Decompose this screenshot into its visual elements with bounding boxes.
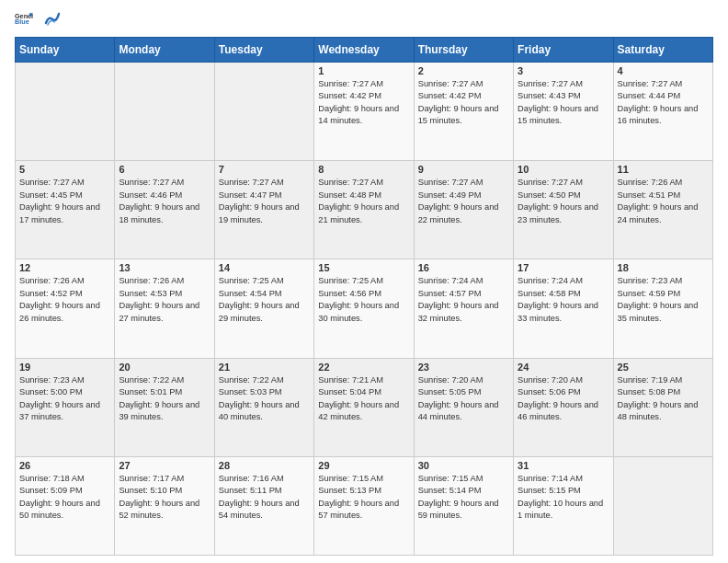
day-number: 27 [119,460,210,471]
day-info: Sunrise: 7:25 AM Sunset: 4:56 PM Dayligh… [318,275,409,325]
day-number: 10 [518,164,609,175]
day-info: Sunrise: 7:15 AM Sunset: 5:14 PM Dayligh… [418,473,509,523]
day-cell: 8Sunrise: 7:27 AM Sunset: 4:48 PM Daylig… [314,161,414,259]
weekday-monday: Monday [115,38,214,63]
calendar: SundayMondayTuesdayWednesdayThursdayFrid… [15,37,713,556]
day-number: 24 [518,362,609,373]
day-number: 13 [119,262,210,273]
day-number: 4 [618,65,709,76]
weekday-saturday: Saturday [613,38,712,63]
day-cell: 7Sunrise: 7:27 AM Sunset: 4:47 PM Daylig… [214,161,313,259]
day-cell: 4Sunrise: 7:27 AM Sunset: 4:44 PM Daylig… [613,63,712,161]
day-number: 16 [418,262,509,273]
day-number: 3 [518,65,609,76]
day-cell: 13Sunrise: 7:26 AM Sunset: 4:53 PM Dayli… [115,259,214,358]
week-row-2: 5Sunrise: 7:27 AM Sunset: 4:45 PM Daylig… [16,161,713,259]
day-number: 14 [219,262,310,273]
day-number: 7 [219,164,310,175]
day-number: 30 [418,460,509,471]
day-cell: 17Sunrise: 7:24 AM Sunset: 4:58 PM Dayli… [514,259,613,358]
day-cell [613,456,712,555]
day-info: Sunrise: 7:20 AM Sunset: 5:05 PM Dayligh… [418,374,509,424]
day-info: Sunrise: 7:25 AM Sunset: 4:54 PM Dayligh… [219,275,310,325]
day-cell: 15Sunrise: 7:25 AM Sunset: 4:56 PM Dayli… [314,259,414,358]
day-cell: 3Sunrise: 7:27 AM Sunset: 4:43 PM Daylig… [514,63,613,161]
day-cell: 27Sunrise: 7:17 AM Sunset: 5:10 PM Dayli… [115,456,214,555]
day-number: 21 [219,362,310,373]
day-number: 19 [19,362,110,373]
day-info: Sunrise: 7:27 AM Sunset: 4:42 PM Dayligh… [318,78,409,128]
day-number: 17 [518,262,609,273]
day-info: Sunrise: 7:18 AM Sunset: 5:09 PM Dayligh… [19,473,110,523]
day-info: Sunrise: 7:26 AM Sunset: 4:53 PM Dayligh… [119,275,210,325]
day-number: 2 [418,65,509,76]
day-cell: 12Sunrise: 7:26 AM Sunset: 4:52 PM Dayli… [16,259,115,358]
day-cell: 5Sunrise: 7:27 AM Sunset: 4:45 PM Daylig… [16,161,115,259]
day-cell: 28Sunrise: 7:16 AM Sunset: 5:11 PM Dayli… [214,456,313,555]
day-cell [115,63,214,161]
day-cell: 18Sunrise: 7:23 AM Sunset: 4:59 PM Dayli… [613,259,712,358]
day-info: Sunrise: 7:15 AM Sunset: 5:13 PM Dayligh… [318,473,409,523]
day-cell: 16Sunrise: 7:24 AM Sunset: 4:57 PM Dayli… [414,259,513,358]
day-cell: 25Sunrise: 7:19 AM Sunset: 5:08 PM Dayli… [613,358,712,456]
day-info: Sunrise: 7:23 AM Sunset: 4:59 PM Dayligh… [618,275,709,325]
weekday-tuesday: Tuesday [214,38,313,63]
day-cell: 19Sunrise: 7:23 AM Sunset: 5:00 PM Dayli… [16,358,115,456]
day-info: Sunrise: 7:27 AM Sunset: 4:44 PM Dayligh… [618,78,709,128]
day-cell [214,63,313,161]
day-info: Sunrise: 7:27 AM Sunset: 4:49 PM Dayligh… [418,177,509,226]
day-number: 29 [318,460,409,471]
day-cell: 14Sunrise: 7:25 AM Sunset: 4:54 PM Dayli… [214,259,313,358]
header: General Blue [15,11,713,29]
day-info: Sunrise: 7:27 AM Sunset: 4:43 PM Dayligh… [518,78,609,128]
day-number: 8 [318,164,409,175]
day-cell [16,63,115,161]
day-info: Sunrise: 7:24 AM Sunset: 4:58 PM Dayligh… [518,275,609,325]
day-cell: 29Sunrise: 7:15 AM Sunset: 5:13 PM Dayli… [314,456,414,555]
day-cell: 31Sunrise: 7:14 AM Sunset: 5:15 PM Dayli… [514,456,613,555]
day-number: 22 [318,362,409,373]
day-number: 25 [618,362,709,373]
weekday-header-row: SundayMondayTuesdayWednesdayThursdayFrid… [16,38,713,63]
generalblue-icon: General Blue [15,11,33,29]
day-info: Sunrise: 7:23 AM Sunset: 5:00 PM Dayligh… [19,374,110,424]
day-cell: 10Sunrise: 7:27 AM Sunset: 4:50 PM Dayli… [514,161,613,259]
day-info: Sunrise: 7:14 AM Sunset: 5:15 PM Dayligh… [518,473,609,523]
day-number: 1 [318,65,409,76]
wave-icon [44,6,61,27]
day-info: Sunrise: 7:27 AM Sunset: 4:50 PM Dayligh… [518,177,609,226]
day-cell: 1Sunrise: 7:27 AM Sunset: 4:42 PM Daylig… [314,63,414,161]
day-info: Sunrise: 7:24 AM Sunset: 4:57 PM Dayligh… [418,275,509,325]
day-cell: 23Sunrise: 7:20 AM Sunset: 5:05 PM Dayli… [414,358,513,456]
day-info: Sunrise: 7:27 AM Sunset: 4:46 PM Dayligh… [119,177,210,226]
day-cell: 30Sunrise: 7:15 AM Sunset: 5:14 PM Dayli… [414,456,513,555]
week-row-4: 19Sunrise: 7:23 AM Sunset: 5:00 PM Dayli… [16,358,713,456]
day-number: 31 [518,460,609,471]
day-cell: 11Sunrise: 7:26 AM Sunset: 4:51 PM Dayli… [613,161,712,259]
day-info: Sunrise: 7:22 AM Sunset: 5:03 PM Dayligh… [219,374,310,424]
day-info: Sunrise: 7:27 AM Sunset: 4:48 PM Dayligh… [318,177,409,226]
day-number: 12 [19,262,110,273]
day-info: Sunrise: 7:26 AM Sunset: 4:52 PM Dayligh… [19,275,110,325]
page: General Blue SundayMondayTuesdayWednesda… [0,0,728,563]
day-info: Sunrise: 7:27 AM Sunset: 4:45 PM Dayligh… [19,177,110,226]
day-number: 18 [618,262,709,273]
day-number: 28 [219,460,310,471]
day-info: Sunrise: 7:21 AM Sunset: 5:04 PM Dayligh… [318,374,409,424]
day-number: 26 [19,460,110,471]
logo: General Blue [15,11,61,29]
day-info: Sunrise: 7:22 AM Sunset: 5:01 PM Dayligh… [119,374,210,424]
day-cell: 6Sunrise: 7:27 AM Sunset: 4:46 PM Daylig… [115,161,214,259]
day-cell: 22Sunrise: 7:21 AM Sunset: 5:04 PM Dayli… [314,358,414,456]
day-cell: 24Sunrise: 7:20 AM Sunset: 5:06 PM Dayli… [514,358,613,456]
day-info: Sunrise: 7:16 AM Sunset: 5:11 PM Dayligh… [219,473,310,523]
day-number: 11 [618,164,709,175]
day-cell: 21Sunrise: 7:22 AM Sunset: 5:03 PM Dayli… [214,358,313,456]
weekday-wednesday: Wednesday [314,38,414,63]
day-cell: 20Sunrise: 7:22 AM Sunset: 5:01 PM Dayli… [115,358,214,456]
day-info: Sunrise: 7:27 AM Sunset: 4:42 PM Dayligh… [418,78,509,128]
day-number: 15 [318,262,409,273]
day-info: Sunrise: 7:20 AM Sunset: 5:06 PM Dayligh… [518,374,609,424]
day-number: 23 [418,362,509,373]
day-info: Sunrise: 7:17 AM Sunset: 5:10 PM Dayligh… [119,473,210,523]
